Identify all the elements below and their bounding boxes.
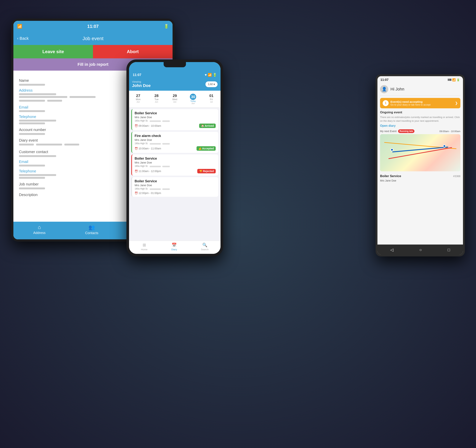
back-label: Back — [20, 36, 29, 41]
ph-nav-home-label: Home — [141, 248, 147, 251]
abort-button[interactable]: Abort — [93, 45, 173, 58]
job-title-3: Boiler Service — [135, 157, 216, 161]
next-event-label: My next Event — [380, 130, 397, 133]
tablet-header: ‹ Back Job event — [13, 32, 173, 45]
day-name-01: Fri — [210, 98, 213, 101]
list-button[interactable]: List ▾ — [205, 81, 218, 87]
phone1-status-icons: ♥ 📶 🔋 — [205, 73, 217, 77]
tablet-status-bar: 📶 11:07 🔋 — [13, 21, 173, 32]
phone1-screen: 11:07 ♥ 📶 🔋 Viewing John Doe List ▾ 27 M… — [129, 62, 221, 254]
back-chevron-icon: ‹ — [17, 36, 18, 41]
customer-telephone-placeholder-2 — [19, 177, 45, 179]
day-name-29: Wed — [172, 98, 177, 101]
cal-day-29[interactable]: 29 Wed Jun — [166, 93, 184, 106]
ph-nav-diary-label: Diary — [171, 248, 177, 251]
email-placeholder — [19, 110, 45, 112]
event-title: Event(s) need accepting — [391, 100, 453, 103]
ph-nav-home[interactable]: ⊞ Home — [141, 243, 147, 251]
map-background — [380, 134, 460, 171]
job-info-customer: Mrs Jane Doe — [380, 179, 460, 182]
job-card-4[interactable]: Boiler Service Mrs Jane Doe 180a High St… — [131, 177, 218, 197]
jobs-list: Boiler Service Mrs Jane Doe 180a High St… — [129, 108, 221, 241]
cal-day-28[interactable]: 28 Tue Jun — [147, 93, 165, 106]
job-customer-4: Mrs Jane Doe — [135, 184, 216, 187]
battery-icon: 🔋 — [164, 24, 169, 29]
today-label: Today — [190, 100, 196, 102]
viewing-name: John Doe — [132, 83, 151, 88]
ph-nav-diary[interactable]: 📅 Diary — [171, 243, 177, 251]
day-num-28: 28 — [154, 94, 159, 98]
phone2-android-nav: ◁ ○ □ — [377, 245, 463, 255]
nav-contacts[interactable]: 👥 Contacts — [85, 224, 98, 236]
job-time-3: ⏰ 11:00am - 12:00pm — [135, 170, 161, 173]
search-nav-icon: 🔍 — [202, 243, 207, 247]
next-event-row: My next Event Running late 09:00am - 10:… — [380, 129, 460, 133]
job-card-1[interactable]: Boiler Service Mrs Jane Doe 180a High St… — [131, 109, 218, 130]
cal-day-today[interactable]: 30 Today Jun — [184, 93, 202, 106]
job-card-3[interactable]: Boiler Service Mrs Jane Doe 180a High St… — [131, 154, 218, 176]
month-30: Jun — [192, 102, 195, 104]
wifi-icon: 📶 — [17, 24, 22, 29]
job-time-4: ⏰ 12:00pm - 01:00pm — [135, 192, 161, 195]
month-01: Jul — [210, 101, 213, 103]
cal-day-27[interactable]: 27 Mon Jun — [129, 93, 147, 106]
job-customer-2: Mrs Jane Doe — [135, 138, 216, 141]
battery-icon-2: 🔋 — [456, 78, 460, 82]
android-recents-button[interactable]: □ — [444, 247, 454, 253]
day-name-28: Tue — [154, 98, 159, 101]
leave-site-button[interactable]: Leave site — [13, 45, 93, 58]
list-button-label: List — [208, 83, 213, 86]
signal-icon: ♥ 📶 🔋 — [205, 73, 217, 77]
day-num-01: 01 — [209, 94, 213, 98]
diary-ph-2 — [36, 144, 62, 146]
nav-address-label: Address — [33, 231, 45, 235]
open-diary-link[interactable]: Open diary — [380, 124, 460, 128]
job-info-number: #3368 — [453, 175, 460, 178]
events-banner[interactable]: 1 Event(s) need accepting Go to your dia… — [380, 98, 460, 108]
action-buttons: Leave site Abort — [13, 45, 173, 58]
day-num-30: 30 — [190, 94, 196, 100]
greeting-section: 👤 Hi John — [380, 83, 460, 96]
cal-day-01[interactable]: 01 Fri Jul — [202, 93, 221, 106]
job-status-2: 👍 Accepted — [197, 146, 216, 151]
event-count: 1 — [383, 100, 389, 106]
phone2-status-bar: 11:07 ⅠⅡⅢ 📶 🔋 — [377, 76, 463, 83]
job-address-3: 180a High St. — [135, 165, 216, 168]
telephone-placeholder-2 — [19, 123, 45, 124]
no-events-message: There are no estimates/jobs currently ma… — [380, 115, 460, 123]
job-card-2[interactable]: Fire alarm check Mrs Jane Doe 180a High … — [131, 132, 218, 153]
nav-address[interactable]: ⌂ Address — [33, 224, 45, 236]
phone2-device: 11:07 ⅠⅡⅢ 📶 🔋 👤 Hi John 1 Event(s) need … — [376, 74, 465, 256]
phone1-time: 11:07 — [133, 73, 141, 77]
map-pin-start — [391, 148, 393, 151]
job-info-row: Boiler Service #3368 — [380, 173, 460, 179]
phone2-time: 11:07 — [380, 78, 388, 82]
map-container[interactable] — [380, 134, 460, 171]
job-number-placeholder — [19, 187, 45, 189]
phone1-bottom-nav: ⊞ Home 📅 Diary 🔍 Search — [129, 241, 221, 254]
job-title-1: Boiler Service — [135, 111, 216, 115]
back-button[interactable]: ‹ Back — [17, 36, 29, 41]
job-time-row-3: ⏰ 11:00am - 12:00pm 👎 Rejected — [135, 169, 216, 173]
android-home-button[interactable]: ○ — [416, 247, 425, 253]
diary-ph-1 — [19, 144, 34, 146]
job-time-1: ⏰ 09:00am - 10:00am — [135, 124, 161, 127]
job-info-title: Boiler Service — [380, 174, 401, 178]
nav-contacts-label: Contacts — [85, 231, 98, 235]
customer-contact-placeholder — [19, 155, 56, 157]
avatar: 👤 — [380, 85, 388, 93]
address-placeholder-2b — [69, 96, 96, 98]
job-time-row-1: ⏰ 09:00am - 10:00am 🏠 Arrived — [135, 123, 216, 128]
phone2-screen: 11:07 ⅠⅡⅢ 📶 🔋 👤 Hi John 1 Event(s) need … — [377, 76, 463, 255]
android-back-button[interactable]: ◁ — [386, 247, 397, 253]
viewing-section: Viewing John Doe — [132, 80, 151, 88]
phone1-header: Viewing John Doe List ▾ — [129, 78, 221, 91]
home-nav-icon: ⊞ — [143, 243, 146, 247]
chevron-down-icon: ▾ — [213, 83, 215, 86]
job-time-row-4: ⏰ 12:00pm - 01:00pm — [135, 192, 216, 195]
job-customer-3: Mrs Jane Doe — [135, 161, 216, 164]
address-placeholder-3a — [19, 100, 45, 102]
address-placeholder-1 — [19, 93, 56, 95]
job-status-3: 👎 Rejected — [197, 169, 216, 173]
ph-nav-search[interactable]: 🔍 Search — [201, 243, 209, 251]
